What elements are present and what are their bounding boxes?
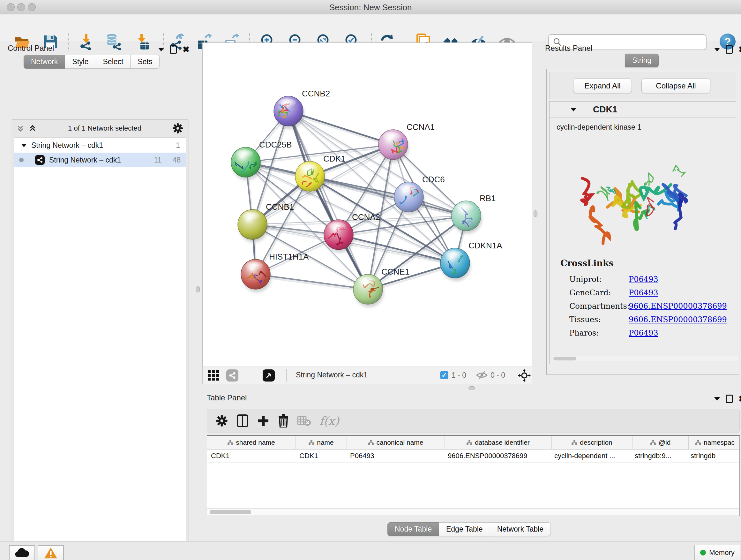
tab-network[interactable]: Network xyxy=(23,55,65,69)
node-label-CDC6: CDC6 xyxy=(422,175,445,184)
gear-icon[interactable] xyxy=(172,123,184,134)
memory-status-dot xyxy=(700,550,706,556)
horizontal-splitter-handle[interactable] xyxy=(468,386,475,390)
grid-view-icon[interactable] xyxy=(208,370,220,381)
expand-all-icon[interactable] xyxy=(28,124,37,133)
collapse-all-icon[interactable] xyxy=(16,124,25,133)
table-panel-title: Table Panel xyxy=(207,393,247,402)
network-edge-count: 48 xyxy=(172,156,181,165)
protein-structure-image xyxy=(575,143,703,252)
section-expander-icon[interactable] xyxy=(570,108,576,111)
network-view-toolbar: String Network – cdk1 ✓ 1 - 0 0 - 0 xyxy=(202,367,532,384)
table-panel-menu-icon[interactable] xyxy=(714,397,720,401)
cloud-icon xyxy=(15,548,29,558)
results-panel-menu-icon[interactable] xyxy=(714,48,720,51)
column-header-canonical-name[interactable]: canonical name xyxy=(347,436,445,449)
network-share-icon xyxy=(35,155,45,165)
tree-expander-icon[interactable] xyxy=(21,144,27,147)
column-header-description[interactable]: description xyxy=(552,436,632,449)
vertical-splitter-handle[interactable] xyxy=(534,210,537,217)
control-panel-float-icon[interactable] xyxy=(170,45,177,54)
expand-all-button[interactable]: Expand All xyxy=(573,78,632,93)
table-panel-tabs: Node TableEdge TableNetwork Table xyxy=(387,522,551,536)
gene-section-header[interactable]: CDK1 xyxy=(549,102,736,118)
tab-network-table[interactable]: Network Table xyxy=(490,522,551,536)
cloud-button[interactable] xyxy=(9,545,35,560)
main-toolbar: ? xyxy=(0,14,741,41)
table-cell[interactable]: 9606.ENSP00000378699 xyxy=(444,449,550,462)
tab-sets[interactable]: Sets xyxy=(131,55,159,69)
hidden-count: 0 - 0 xyxy=(490,371,505,380)
window-titlebar: Session: New Session xyxy=(0,0,741,14)
results-panel-title: Results Panel xyxy=(545,44,592,53)
crosslink-link[interactable]: 9606.ENSP00000378699 xyxy=(629,315,727,324)
table-panel-close-icon[interactable]: ✖ xyxy=(738,395,741,402)
crosslink-link[interactable]: P06493 xyxy=(629,288,658,297)
vertical-splitter-handle[interactable] xyxy=(196,286,200,293)
crosshair-icon[interactable] xyxy=(518,369,531,382)
crosslink-label: Uniprot: xyxy=(569,275,629,284)
crosslink-link[interactable]: 9606.ENSP00000378699 xyxy=(629,302,727,311)
crosslink-row: Uniprot:P06493 xyxy=(569,275,736,284)
network-tree: String Network – cdk1 1 String Network –… xyxy=(14,138,186,560)
selected-checkbox-icon[interactable]: ✓ xyxy=(440,371,448,379)
column-header-name[interactable]: name xyxy=(296,436,347,449)
collapse-all-button[interactable]: Collapse All xyxy=(642,78,711,93)
column-header-database-identifier[interactable]: database identifier xyxy=(445,436,552,449)
birds-eye-view-icon[interactable] xyxy=(263,369,275,381)
crosslink-row: Pharos:P06493 xyxy=(569,328,736,337)
table-cell[interactable]: cyclin-dependent ... xyxy=(550,449,631,462)
edge-CCNB2-CCNA1[interactable] xyxy=(288,111,393,145)
add-column-icon[interactable] xyxy=(237,414,249,428)
column-header-namespac[interactable]: namespac xyxy=(689,436,741,449)
column-header--id[interactable]: @id xyxy=(632,436,689,449)
control-panel-menu-icon[interactable] xyxy=(158,48,164,51)
node-label-CCNE1: CCNE1 xyxy=(381,267,409,276)
table-gear-icon[interactable] xyxy=(215,415,228,427)
tab-node-table[interactable]: Node Table xyxy=(387,522,439,536)
table-toolbar: f(x) xyxy=(207,409,740,433)
add-row-icon[interactable] xyxy=(257,415,270,427)
crosslink-label: Tissues: xyxy=(569,315,629,324)
delete-trash-icon[interactable] xyxy=(278,414,289,428)
table-cell[interactable]: P06493 xyxy=(346,449,444,462)
crosslinks-title: CrossLinks xyxy=(560,258,614,268)
crosslink-link[interactable]: P06493 xyxy=(629,328,658,337)
tab-select[interactable]: Select xyxy=(96,55,131,69)
tab-style[interactable]: Style xyxy=(65,55,96,69)
collection-count: 1 xyxy=(176,141,180,150)
table-hscrollbar[interactable] xyxy=(207,508,739,516)
memory-button[interactable]: Memory xyxy=(694,545,740,560)
network-status-dot xyxy=(19,158,23,162)
node-label-CCNB1: CCNB1 xyxy=(266,202,294,212)
results-scrollbar[interactable] xyxy=(553,356,738,361)
gene-description: cyclin-dependent kinase 1 xyxy=(549,118,736,132)
results-panel-float-icon[interactable] xyxy=(726,45,733,54)
table-panel-float-icon[interactable] xyxy=(726,395,733,403)
warnings-button[interactable] xyxy=(38,545,64,560)
hidden-eye-slash-icon xyxy=(476,370,488,380)
network-row[interactable]: String Network – cdk1 11 48 xyxy=(14,152,186,167)
string-results-actions: Expand All Collapse All xyxy=(549,72,736,99)
memory-label: Memory xyxy=(709,549,734,557)
column-header-shared-name[interactable]: shared name xyxy=(207,436,296,449)
table-cell[interactable]: CDK1 xyxy=(295,449,346,462)
table-row[interactable]: CDK1CDK1P064939606.ENSP00000378699cyclin… xyxy=(207,449,739,462)
table-cell[interactable]: stringdb xyxy=(687,449,739,462)
selected-count: 1 - 0 xyxy=(452,371,466,380)
crosslink-link[interactable]: P06493 xyxy=(629,275,658,284)
control-panel-tabs: NetworkStyleSelectSets xyxy=(23,55,159,69)
results-panel-close-icon[interactable]: ✖ xyxy=(738,46,741,53)
control-panel-close-icon[interactable]: ✖ xyxy=(183,46,190,53)
tab-string[interactable]: String xyxy=(625,54,659,67)
tab-edge-table[interactable]: Edge Table xyxy=(439,522,490,536)
crosslink-label: GeneCard: xyxy=(569,288,629,297)
table-cell[interactable]: stringdb:9... xyxy=(631,449,687,462)
network-collection-row[interactable]: String Network – cdk1 1 xyxy=(14,138,186,152)
node-label-CCNB2: CCNB2 xyxy=(302,89,330,98)
table-cell[interactable]: CDK1 xyxy=(207,449,295,462)
network-canvas[interactable]: CCNB2CCNA1CDC25BCDK1CDC6RB1CCNB1CCNA2CDK… xyxy=(202,43,532,367)
node-table: shared namenamecanonical namedatabase id… xyxy=(207,435,740,516)
network-share-view-icon[interactable] xyxy=(226,369,239,381)
node-label-CDK1: CDK1 xyxy=(323,154,345,164)
